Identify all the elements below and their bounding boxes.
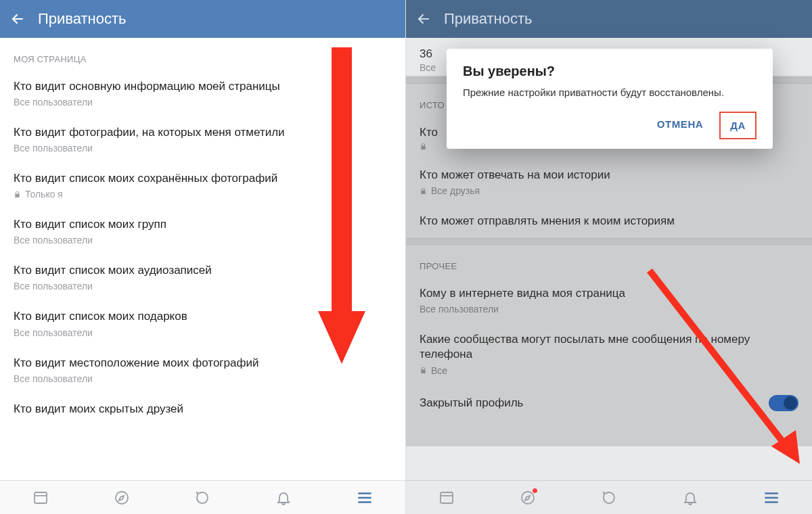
item-subtitle: Только я: [14, 189, 392, 200]
nav-messages[interactable]: [600, 489, 618, 507]
list-item[interactable]: Кто видит список моих аудиозаписейВсе по…: [0, 255, 405, 301]
item-title: Кто видит основную информацию моей стран…: [14, 79, 392, 94]
lock-icon: [420, 143, 427, 150]
page-title: Приватность: [38, 10, 127, 28]
list-item[interactable]: Кто видит основную информацию моей стран…: [0, 71, 405, 117]
item-subtitle: Все друзья: [420, 185, 798, 196]
toggle-label: Закрытый профиль: [420, 396, 523, 411]
nav-menu[interactable]: [356, 489, 374, 507]
list-item[interactable]: Какие сообщества могут посылать мне сооб…: [406, 324, 812, 385]
list-item[interactable]: Кому в интернете видна моя страницаВсе п…: [406, 278, 812, 324]
section-other: ПРОЧЕЕ: [406, 245, 812, 278]
confirm-dialog: Вы уверены? Прежние настройки приватност…: [447, 49, 773, 149]
notification-dot-icon: [533, 488, 537, 493]
list-item[interactable]: Кто видит моих скрытых друзей: [0, 394, 405, 426]
nav-discover[interactable]: [519, 489, 537, 507]
item-subtitle: Все пользователи: [14, 327, 392, 338]
list-item[interactable]: Кто видит фотографии, на которых меня от…: [0, 117, 405, 163]
dialog-actions: ОТМЕНА ДА: [463, 112, 757, 139]
messages-icon: [194, 490, 210, 506]
header: Приватность: [0, 0, 405, 38]
item-title: Кому в интернете видна моя страница: [420, 286, 798, 301]
item-title: Кто видит список моих сохранённых фотогр…: [14, 171, 392, 186]
item-subtitle: Все пользователи: [14, 235, 392, 246]
svg-rect-7: [441, 492, 453, 503]
list-item[interactable]: Кто видит список моих сохранённых фотогр…: [0, 163, 405, 209]
list-item[interactable]: Кто может отвечать на мои истории Все др…: [406, 160, 812, 206]
item-title: Кто видит список моих аудиозаписей: [14, 263, 392, 278]
nav-discover[interactable]: [113, 489, 131, 507]
nav-menu[interactable]: [763, 489, 780, 507]
item-title: Какие сообщества могут посылать мне сооб…: [420, 332, 798, 362]
item-title: Кто видит местоположение моих фотографий: [14, 356, 392, 371]
list-item[interactable]: Кто видит список моих группВсе пользоват…: [0, 209, 405, 255]
confirm-button[interactable]: ДА: [719, 112, 757, 139]
list-item[interactable]: Кто видит список моих подарковВсе пользо…: [0, 301, 405, 347]
private-profile-row[interactable]: Закрытый профиль: [406, 386, 812, 421]
section-my-page: МОЯ СТРАНИЦА: [0, 38, 405, 71]
lock-icon: [14, 191, 21, 198]
bottom-nav: [0, 480, 405, 514]
back-button[interactable]: [414, 9, 433, 28]
item-title: Кто видит моих скрытых друзей: [14, 402, 392, 417]
item-subtitle: Все: [420, 365, 798, 376]
dialog-body: Прежние настройки приватности будут восс…: [463, 86, 757, 99]
arrow-left-icon: [9, 11, 26, 27]
nav-feed[interactable]: [32, 489, 49, 507]
lock-icon: [420, 367, 427, 374]
item-title: Кто видит список моих подарков: [14, 309, 392, 324]
item-subtitle: Все пользователи: [14, 143, 392, 154]
discover-icon: [114, 490, 130, 506]
item-title: Кто видит список моих групп: [14, 217, 392, 232]
bell-icon: [275, 490, 292, 506]
item-title: Кто может отправлять мнения к моим истор…: [420, 214, 798, 229]
nav-feed[interactable]: [438, 489, 455, 507]
page-title: Приватность: [444, 10, 533, 28]
list-item[interactable]: Кто может отправлять мнения к моим истор…: [406, 206, 812, 238]
dialog-title: Вы уверены?: [463, 64, 757, 79]
lock-icon: [420, 187, 427, 195]
bell-icon: [682, 490, 698, 506]
item-subtitle: Все пользователи: [14, 281, 392, 291]
back-button[interactable]: [8, 9, 27, 28]
messages-icon: [601, 490, 617, 506]
screen-right: Приватность 36 Все ИСТО КтоКто может отв…: [406, 0, 812, 514]
svg-point-2: [116, 492, 128, 504]
svg-rect-0: [35, 492, 47, 503]
item-subtitle: Все пользователи: [14, 97, 392, 108]
cancel-button[interactable]: ОТМЕНА: [648, 112, 713, 139]
nav-notifications[interactable]: [681, 489, 699, 507]
list-item[interactable]: Кто видит местоположение моих фотографий…: [0, 348, 405, 394]
menu-icon: [763, 489, 780, 507]
header: Приватность: [406, 0, 812, 38]
divider: [406, 238, 812, 245]
nav-messages[interactable]: [194, 489, 211, 507]
arrow-left-icon: [415, 11, 432, 27]
item-subtitle: Все пользователи: [14, 373, 392, 384]
feed-icon: [438, 490, 455, 506]
screen-left: Приватность МОЯ СТРАНИЦА Кто видит основ…: [0, 0, 406, 514]
bottom-nav: [406, 480, 812, 514]
private-profile-toggle[interactable]: [769, 395, 798, 411]
item-subtitle: Все пользователи: [420, 304, 798, 314]
feed-icon: [32, 490, 49, 506]
nav-notifications[interactable]: [275, 489, 292, 507]
menu-icon: [356, 489, 374, 507]
settings-content: МОЯ СТРАНИЦА Кто видит основную информац…: [0, 38, 405, 480]
item-title: Кто видит фотографии, на которых меня от…: [14, 125, 392, 140]
svg-point-9: [522, 492, 534, 504]
item-title: Кто может отвечать на мои истории: [420, 168, 798, 183]
